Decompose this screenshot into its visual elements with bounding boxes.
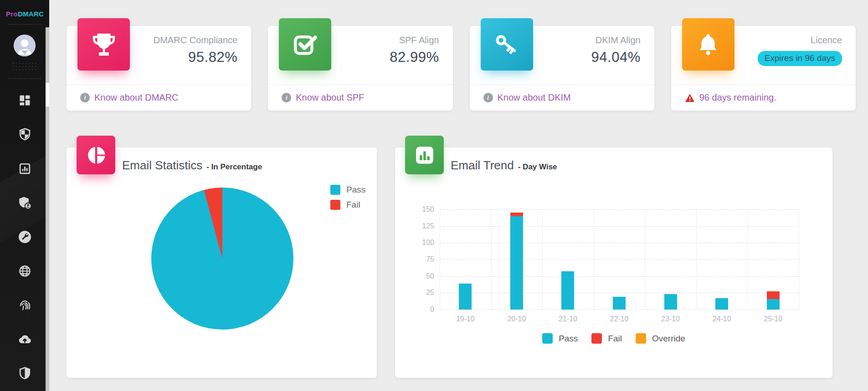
- fingerprint-icon: [18, 298, 32, 312]
- cloud-upload-icon: [18, 332, 32, 346]
- know-about-dkim[interactable]: i Know about DKIM: [470, 84, 654, 111]
- footer-link[interactable]: Know about SPF: [296, 92, 364, 103]
- bar-segment-fail: [767, 291, 780, 299]
- sidebar-item-security[interactable]: [0, 356, 49, 391]
- bar-segment-pass: [613, 297, 626, 310]
- x-tick-label: 23-10: [661, 315, 680, 323]
- gridline-horizontal: [440, 276, 799, 277]
- bar-segment-pass: [767, 299, 780, 310]
- pie-legend: PassFail: [330, 185, 365, 210]
- x-tick-label: 22-10: [610, 315, 629, 323]
- pie-chart-icon: [77, 136, 115, 174]
- chart-subtitle: - Day Wise: [518, 162, 557, 172]
- main-content: DMARC Compliance 95.82% i Know about DMA…: [49, 0, 868, 378]
- sidebar-item-settings[interactable]: [0, 220, 49, 254]
- chart-subtitle: - In Percentage: [206, 162, 262, 172]
- key-icon: [481, 18, 533, 71]
- stat-cards-row: DMARC Compliance 95.82% i Know about DMA…: [49, 0, 868, 111]
- footer-link[interactable]: Know about DKIM: [498, 92, 571, 103]
- gridline-vertical: [440, 209, 440, 310]
- gridline-vertical: [645, 209, 645, 310]
- info-icon: i: [483, 93, 493, 102]
- y-tick-label: 0: [410, 305, 434, 314]
- bar-segment-pass: [664, 294, 677, 310]
- know-about-spf[interactable]: i Know about SPF: [268, 84, 452, 111]
- pie-chart: [151, 188, 293, 330]
- gridline-vertical: [799, 209, 799, 310]
- sidebar-item-protection[interactable]: [0, 117, 49, 152]
- sidebar-item-dashboard[interactable]: [0, 83, 49, 117]
- legend-item-override[interactable]: Override: [636, 333, 685, 344]
- gridline-vertical: [542, 209, 543, 310]
- x-tick-label: 19-10: [456, 315, 475, 323]
- legend-swatch: [542, 333, 553, 344]
- app-logo[interactable]: ProDMARC: [0, 0, 49, 18]
- scrollbar-thumb[interactable]: [46, 83, 49, 107]
- report-chart-icon: [18, 162, 32, 176]
- trophy-glyph: [91, 31, 117, 58]
- sidebar-scrollbar[interactable]: [46, 27, 49, 391]
- licence-remaining-footer[interactable]: 96 days remaining.: [671, 84, 856, 111]
- gridline-horizontal: [440, 310, 799, 310]
- stat-card-dmarc-compliance: DMARC Compliance 95.82% i Know about DMA…: [67, 26, 251, 111]
- know-about-dmarc[interactable]: i Know about DMARC: [67, 84, 251, 111]
- y-tick-label: 75: [410, 255, 434, 264]
- person-icon: [14, 35, 36, 56]
- checkbox-check-icon: [279, 18, 331, 71]
- legend-item-pass[interactable]: Pass: [330, 185, 365, 195]
- bell-icon: [682, 18, 734, 71]
- bar-legend: PassFailOverride: [395, 333, 832, 344]
- shield-icon: [18, 127, 32, 142]
- sidebar: ProDMARC: [0, 0, 49, 391]
- dashboard-grid-icon: [18, 93, 32, 107]
- sidebar-divider: [8, 24, 41, 25]
- y-tick-label: 125: [410, 222, 434, 230]
- legend-swatch: [330, 200, 340, 210]
- legend-item-fail[interactable]: Fail: [591, 333, 622, 344]
- footer-link[interactable]: 96 days remaining.: [699, 92, 776, 103]
- sidebar-nav: [0, 83, 49, 391]
- gridline-vertical: [594, 209, 594, 310]
- y-tick-label: 50: [410, 272, 434, 280]
- legend-label: Override: [652, 334, 685, 344]
- legend-item-fail[interactable]: Fail: [330, 200, 365, 210]
- info-icon: i: [282, 93, 291, 102]
- gridline-vertical: [747, 209, 748, 310]
- key-glyph: [493, 31, 520, 58]
- footer-link[interactable]: Know about DMARC: [94, 92, 179, 103]
- bar-plot: 025507510012515019-1020-1021-1022-1023-1…: [440, 209, 799, 310]
- legend-label: Fail: [608, 334, 622, 344]
- sidebar-item-identity[interactable]: [0, 288, 49, 322]
- user-avatar[interactable]: [14, 35, 36, 56]
- bar-segment-pass: [510, 216, 523, 310]
- logo-text-dmarc: DMARC: [18, 10, 44, 18]
- checkbox-glyph: [292, 31, 318, 58]
- y-tick-label: 25: [410, 289, 434, 297]
- gridline-horizontal: [440, 259, 799, 260]
- sidebar-item-reports[interactable]: [0, 152, 49, 186]
- x-tick-label: 20-10: [507, 315, 526, 323]
- shield-half-icon: [18, 366, 32, 381]
- email-trend-title: Email Trend - Day Wise: [451, 158, 557, 173]
- stat-card-licence: Licence Expires in 96 days 96 days remai…: [671, 26, 856, 111]
- legend-item-pass[interactable]: Pass: [542, 333, 578, 344]
- chart-title: Email Trend: [451, 158, 514, 173]
- sidebar-item-domains[interactable]: [0, 254, 49, 288]
- chart-title: Email Statistics: [122, 158, 202, 173]
- x-tick-label: 25-10: [764, 315, 782, 323]
- shield-user-icon: [18, 196, 32, 210]
- x-tick-label: 21-10: [559, 315, 577, 323]
- licence-expiry-badge: Expires in 96 days: [758, 51, 842, 66]
- sidebar-item-upload[interactable]: [0, 322, 49, 356]
- gridline-horizontal: [440, 209, 799, 210]
- sidebar-divider: [8, 78, 41, 79]
- x-tick-label: 24-10: [713, 315, 731, 323]
- pie-glyph: [86, 145, 106, 165]
- sidebar-item-domain-admin[interactable]: [0, 186, 49, 220]
- bar-segment-pass: [561, 271, 574, 310]
- info-icon: i: [80, 93, 90, 102]
- bar-segment-pass: [715, 298, 728, 310]
- y-tick-label: 100: [410, 239, 434, 247]
- gridline-horizontal: [440, 243, 799, 243]
- charts-row: Email Statistics - In Percentage PassFai…: [49, 111, 868, 378]
